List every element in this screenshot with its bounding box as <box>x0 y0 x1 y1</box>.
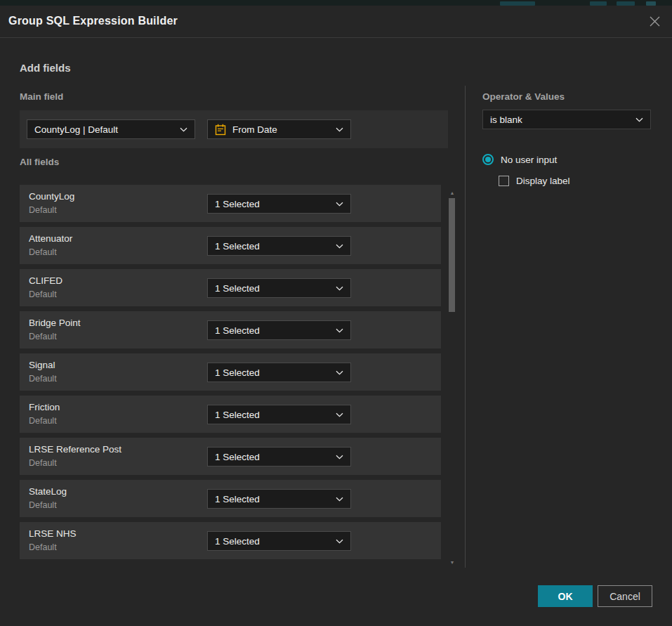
all-fields-list: CountyLog Default 1 Selected Attenuator … <box>20 185 441 564</box>
field-name: Bridge Point <box>29 318 81 328</box>
main-field-panel: CountyLog | Default From Date <box>20 110 448 148</box>
calendar-icon <box>215 124 226 136</box>
background-app-strip <box>0 0 672 6</box>
main-field-label: Main field <box>20 91 63 102</box>
cancel-button[interactable]: Cancel <box>598 585 652 607</box>
checkbox-unchecked-icon <box>499 176 509 186</box>
display-label-checkbox[interactable]: Display label <box>499 176 570 186</box>
main-field-field-dropdown[interactable]: From Date <box>207 119 351 139</box>
dialog-title: Group SQL Expression Builder <box>8 15 178 27</box>
no-user-input-label: No user input <box>501 155 557 165</box>
field-selection-dropdown[interactable]: 1 Selected <box>207 363 351 382</box>
group-sql-expression-builder-dialog: Group SQL Expression Builder Add fields … <box>0 6 672 626</box>
field-selection-dropdown[interactable]: 1 Selected <box>207 531 351 551</box>
field-subtitle: Default <box>29 247 57 257</box>
field-selection-dropdown[interactable]: 1 Selected <box>207 236 351 256</box>
field-name: StateLog <box>29 486 67 497</box>
scrollbar-thumb[interactable] <box>449 198 455 312</box>
panel-divider <box>465 86 466 568</box>
field-row: Signal Default 1 Selected <box>20 353 441 391</box>
field-selection-dropdown-value: 1 Selected <box>215 241 330 252</box>
field-row: Attenuator Default 1 Selected <box>20 227 441 264</box>
field-name: Signal <box>29 360 55 370</box>
field-selection-dropdown[interactable]: 1 Selected <box>207 278 351 298</box>
operator-values-label: Operator & Values <box>482 91 565 102</box>
field-row: Bridge Point Default 1 Selected <box>20 311 441 348</box>
main-field-layer-dropdown[interactable]: CountyLog | Default <box>27 119 195 139</box>
chevron-down-icon <box>336 244 343 249</box>
ok-button[interactable]: OK <box>538 585 593 607</box>
operator-dropdown[interactable]: is blank <box>482 110 651 129</box>
field-subtitle: Default <box>29 289 57 299</box>
field-selection-dropdown[interactable]: 1 Selected <box>207 320 351 340</box>
field-selection-dropdown[interactable]: 1 Selected <box>207 194 351 214</box>
radio-selected-icon <box>482 154 494 165</box>
field-selection-dropdown[interactable]: 1 Selected <box>207 405 351 424</box>
chevron-down-icon <box>336 202 343 207</box>
display-label-label: Display label <box>516 176 570 186</box>
operator-dropdown-value: is blank <box>490 115 630 125</box>
field-name: LRSE NHS <box>29 528 77 539</box>
field-subtitle: Default <box>29 416 57 426</box>
all-fields-scrollbar[interactable]: ▲ ▼ <box>448 181 456 570</box>
no-user-input-radio[interactable]: No user input <box>482 154 557 165</box>
field-selection-dropdown-value: 1 Selected <box>215 283 330 294</box>
scrollbar-up-arrow-icon[interactable]: ▲ <box>449 191 455 195</box>
scrollbar-down-arrow-icon[interactable]: ▼ <box>449 561 455 564</box>
main-field-field-dropdown-value: From Date <box>232 124 330 135</box>
field-row: LRSE Reference Post Default 1 Selected <box>20 438 441 475</box>
field-selection-dropdown-value: 1 Selected <box>215 367 330 378</box>
field-selection-dropdown-value: 1 Selected <box>215 325 330 336</box>
chevron-down-icon <box>336 412 343 417</box>
field-row: CountyLog Default 1 Selected <box>20 185 441 222</box>
chevron-down-icon <box>180 127 187 132</box>
chevron-down-icon <box>336 328 343 333</box>
chevron-down-icon <box>336 370 343 375</box>
field-name: LRSE Reference Post <box>29 444 121 455</box>
field-subtitle: Default <box>29 332 57 341</box>
field-row: StateLog Default 1 Selected <box>20 480 441 517</box>
field-row: CLIFED Default 1 Selected <box>20 269 441 306</box>
close-icon[interactable] <box>646 13 663 30</box>
field-name: CLIFED <box>29 275 62 286</box>
field-subtitle: Default <box>29 374 57 384</box>
field-selection-dropdown-value: 1 Selected <box>215 536 330 547</box>
add-fields-heading: Add fields <box>20 62 71 74</box>
field-selection-dropdown[interactable]: 1 Selected <box>207 447 351 467</box>
field-selection-dropdown[interactable]: 1 Selected <box>207 489 351 509</box>
field-selection-dropdown-value: 1 Selected <box>215 410 330 420</box>
field-subtitle: Default <box>29 205 57 215</box>
chevron-down-icon <box>336 455 343 459</box>
chevron-down-icon <box>336 497 343 502</box>
field-row: Friction Default 1 Selected <box>20 396 441 433</box>
chevron-down-icon <box>336 539 343 544</box>
dialog-footer: OK Cancel <box>0 585 672 626</box>
all-fields-label: All fields <box>20 157 59 167</box>
field-row: LRSE NHS Default 1 Selected <box>20 522 441 559</box>
field-selection-dropdown-value: 1 Selected <box>215 494 330 504</box>
chevron-down-icon <box>635 117 643 122</box>
field-subtitle: Default <box>29 500 57 510</box>
chevron-down-icon <box>336 286 343 291</box>
chevron-down-icon <box>336 127 343 132</box>
field-selection-dropdown-value: 1 Selected <box>215 199 330 209</box>
main-field-layer-dropdown-value: CountyLog | Default <box>34 124 174 135</box>
field-name: Friction <box>29 402 60 412</box>
field-selection-dropdown-value: 1 Selected <box>215 452 330 462</box>
field-name: Attenuator <box>29 233 72 244</box>
dialog-header: Group SQL Expression Builder <box>0 6 672 38</box>
field-subtitle: Default <box>29 458 57 468</box>
field-subtitle: Default <box>29 542 57 552</box>
field-name: CountyLog <box>29 191 74 202</box>
